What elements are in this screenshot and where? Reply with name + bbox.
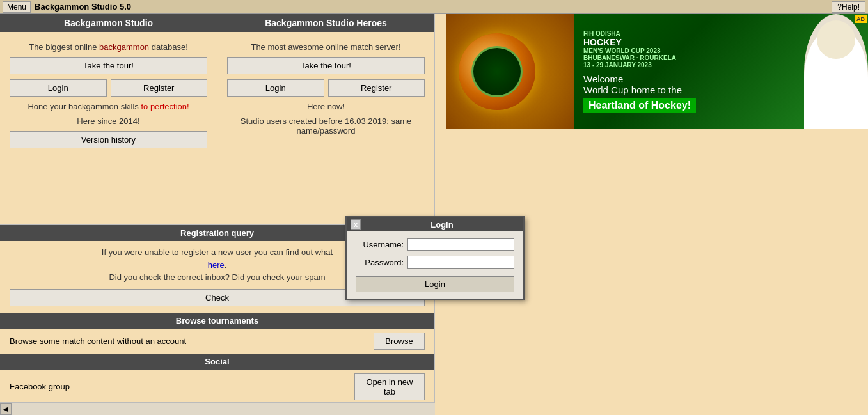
main-content: Backgammon Studio The biggest online bac…	[0, 14, 868, 415]
username-input[interactable]	[407, 238, 514, 251]
ad-banner: FIH ODISHA HOCKEY MEN'S WORLD CUP 2023 B…	[446, 14, 868, 129]
board-visual	[459, 33, 535, 110]
studio-section-body: The biggest online backgammon database! …	[0, 32, 217, 155]
browse-row: Browse some match content without an acc…	[0, 329, 434, 354]
modal-title: Login	[365, 220, 519, 230]
menu-bar: Menu Backgammon Studio 5.0 ?Help!	[0, 0, 868, 14]
studio-section: Backgammon Studio The biggest online bac…	[0, 14, 217, 225]
heroes-tour-button[interactable]: Take the tour!	[227, 57, 425, 74]
left-panel: Backgammon Studio The biggest online bac…	[0, 14, 435, 415]
heroes-section-body: The most awesome online match server! Ta…	[217, 32, 434, 142]
password-input[interactable]	[407, 256, 514, 269]
skills-part1: Hone your backgammon skills	[28, 102, 141, 111]
login-modal: x Login Username: Password: Login	[345, 216, 525, 300]
modal-close-button[interactable]: x	[351, 219, 361, 230]
ad-person-image	[804, 14, 868, 129]
ad-badge: AD	[855, 15, 867, 23]
studio-tagline-highlight: backgammon	[99, 42, 149, 52]
modal-body: Username: Password: Login	[347, 231, 523, 299]
studio-tagline-part1: The biggest online	[29, 42, 99, 52]
open-new-tab-button[interactable]: Open in new tab	[354, 373, 425, 400]
studio-tagline-part2: database!	[149, 42, 188, 52]
studio-auth-row: Login Register	[10, 79, 207, 97]
person-head	[817, 20, 855, 59]
scroll-left-button[interactable]: ◀	[0, 403, 12, 415]
top-sections: Backgammon Studio The biggest online bac…	[0, 14, 434, 225]
password-row: Password:	[356, 256, 514, 269]
studio-tagline: The biggest online backgammon database!	[29, 42, 188, 52]
scroll-bar: ◀	[0, 402, 435, 415]
studio-section-header: Backgammon Studio	[0, 14, 217, 32]
studio-since-text: Here since 2014!	[77, 116, 139, 126]
social-row: Facebook group Open in new tab	[0, 370, 434, 404]
ad-welcome: Welcome World Cup home to the	[583, 74, 794, 95]
studio-login-button[interactable]: Login	[10, 79, 107, 97]
reg-query-here-link[interactable]: here	[208, 260, 225, 270]
browse-description: Browse some match content without an acc…	[10, 336, 186, 346]
heroes-register-button[interactable]: Register	[328, 79, 425, 97]
ad-text-content: FIH ODISHA HOCKEY MEN'S WORLD CUP 2023 B…	[574, 20, 804, 123]
ad-board-image	[446, 14, 574, 129]
browse-tournaments-header: Browse tournaments	[0, 313, 434, 329]
social-header: Social	[0, 354, 434, 370]
username-label: Username:	[356, 240, 404, 249]
heroes-here-now: Here now!	[307, 102, 345, 111]
ad-logo: FIH ODISHA HOCKEY MEN'S WORLD CUP 2023 B…	[583, 30, 794, 68]
board-inner	[471, 46, 523, 97]
studio-register-button[interactable]: Register	[111, 79, 208, 97]
facebook-label: Facebook group	[10, 382, 70, 391]
heroes-auth-row: Login Register	[227, 79, 425, 97]
heroes-section-header: Backgammon Studio Heroes	[217, 14, 434, 32]
heroes-section: Backgammon Studio Heroes The most awesom…	[217, 14, 434, 225]
ad-highlight: Heartland of Hockey!	[583, 98, 696, 113]
studio-version-button[interactable]: Version history	[10, 131, 207, 148]
studio-skills-text: Hone your backgammon skills to perfectio…	[28, 102, 189, 111]
menu-button[interactable]: Menu	[3, 1, 31, 13]
browse-button[interactable]: Browse	[374, 333, 425, 350]
modal-titlebar: x Login	[347, 217, 523, 231]
right-panel: FIH ODISHA HOCKEY MEN'S WORLD CUP 2023 B…	[435, 14, 868, 415]
skills-highlight: to perfection!	[141, 102, 189, 111]
heroes-tagline: The most awesome online match server!	[251, 42, 400, 52]
help-button[interactable]: ?Help!	[832, 1, 865, 13]
heroes-login-button[interactable]: Login	[227, 79, 324, 97]
app-title: Backgammon Studio 5.0	[35, 2, 832, 12]
heroes-studio-users-info: Studio users created before 16.03.2019: …	[227, 116, 425, 136]
password-label: Password:	[356, 258, 404, 267]
username-row: Username:	[356, 238, 514, 251]
modal-login-button[interactable]: Login	[356, 276, 514, 292]
studio-tour-button[interactable]: Take the tour!	[10, 57, 207, 74]
